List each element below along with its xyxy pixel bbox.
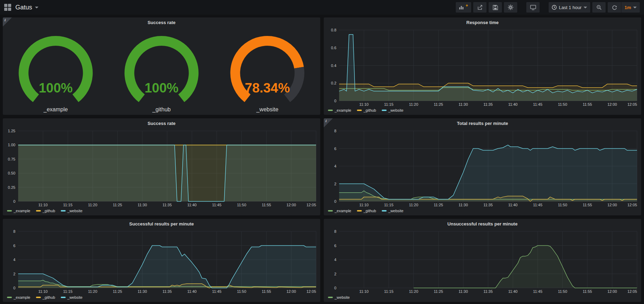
gauge-_website: 78.34%_website xyxy=(214,31,320,113)
legend-item-_website[interactable]: _website xyxy=(61,295,82,299)
svg-text:0.75: 0.75 xyxy=(8,157,15,161)
svg-text:0: 0 xyxy=(334,286,336,290)
time-range-label: Last 1 hour xyxy=(559,5,581,10)
response-time-chart[interactable]: 00.20.40.60.811:1011:1511:2011:2511:3011… xyxy=(324,27,641,107)
svg-text:12:05: 12:05 xyxy=(627,203,637,207)
legend-item-_github[interactable]: _github xyxy=(36,209,55,213)
panel-title[interactable]: Total results per minute xyxy=(324,118,641,127)
svg-text:4: 4 xyxy=(13,258,15,262)
tv-mode-button[interactable] xyxy=(526,2,540,13)
svg-text:8: 8 xyxy=(334,129,336,133)
legend-marker xyxy=(61,297,66,298)
caret-down-icon xyxy=(633,7,637,8)
refresh-interval-picker[interactable]: 1m xyxy=(621,2,640,13)
refresh-icon xyxy=(612,5,617,10)
panel-success-rate-gauges: i Success rate 100%_example100%_github78… xyxy=(3,17,320,115)
svg-text:1.00: 1.00 xyxy=(8,143,15,147)
svg-text:0.4: 0.4 xyxy=(331,64,336,68)
legend-item-_website[interactable]: _website xyxy=(61,209,82,213)
legend-marker xyxy=(7,210,12,212)
gauge-value: 78.34% xyxy=(245,81,290,95)
svg-text:11:20: 11:20 xyxy=(88,203,97,207)
svg-text:0: 0 xyxy=(13,199,15,203)
navbar: Gatus + xyxy=(0,0,644,15)
svg-text:0.2: 0.2 xyxy=(331,81,336,85)
panel-title[interactable]: Response time xyxy=(324,17,641,27)
svg-text:11:50: 11:50 xyxy=(558,203,567,207)
legend-item-_example[interactable]: _example xyxy=(7,295,30,299)
legend-marker xyxy=(7,297,12,298)
legend-label: _website xyxy=(335,295,350,299)
zoom-out-button[interactable] xyxy=(592,2,606,13)
gauge-row: 100%_example100%_github78.34%_website xyxy=(3,27,320,115)
legend-item-_github[interactable]: _github xyxy=(357,209,376,213)
legend-item-_example[interactable]: _example xyxy=(7,209,30,213)
total-results-chart[interactable]: 0246811:1011:1511:2011:2511:3011:3511:40… xyxy=(324,127,641,208)
panel-title[interactable]: Successful results per minute xyxy=(3,219,320,228)
svg-text:11:30: 11:30 xyxy=(138,203,147,207)
svg-text:11:20: 11:20 xyxy=(409,289,418,294)
legend-item-_example[interactable]: _example xyxy=(328,108,351,112)
panel-title[interactable]: Unsuccessful results per minute xyxy=(324,219,641,228)
svg-text:2: 2 xyxy=(13,272,15,276)
svg-text:11:25: 11:25 xyxy=(434,102,443,106)
dashboard-title: Gatus xyxy=(15,4,32,11)
tv-mode-icon xyxy=(530,5,536,10)
refresh-button[interactable] xyxy=(608,2,621,13)
legend-item-_website[interactable]: _website xyxy=(328,295,350,299)
dashboard-grid-icon[interactable] xyxy=(4,4,11,11)
svg-text:11:55: 11:55 xyxy=(262,289,271,294)
info-icon: i xyxy=(325,119,327,123)
svg-text:0.25: 0.25 xyxy=(8,185,15,190)
svg-text:11:40: 11:40 xyxy=(508,203,518,207)
plus-badge: + xyxy=(466,3,468,8)
legend-label: _website xyxy=(67,209,82,213)
svg-text:11:55: 11:55 xyxy=(583,289,592,294)
clock-icon xyxy=(552,5,557,10)
svg-text:11:15: 11:15 xyxy=(63,289,73,294)
svg-text:11:45: 11:45 xyxy=(533,289,542,294)
legend-marker xyxy=(328,110,333,111)
svg-text:11:15: 11:15 xyxy=(384,289,394,294)
legend-item-_github[interactable]: _github xyxy=(36,295,55,299)
svg-text:12:00: 12:00 xyxy=(286,203,296,207)
refresh-interval-label: 1m xyxy=(624,5,631,10)
add-panel-button[interactable]: + xyxy=(456,2,471,13)
svg-text:11:55: 11:55 xyxy=(583,102,592,106)
svg-text:11:35: 11:35 xyxy=(162,203,172,207)
svg-text:11:25: 11:25 xyxy=(434,289,443,294)
share-icon xyxy=(477,5,483,10)
panel-title[interactable]: Success rate xyxy=(3,17,320,27)
gear-icon xyxy=(508,5,513,10)
svg-text:11:35: 11:35 xyxy=(483,289,493,294)
svg-text:11:40: 11:40 xyxy=(187,289,197,294)
save-button[interactable] xyxy=(489,2,502,13)
svg-text:11:45: 11:45 xyxy=(212,289,221,294)
svg-text:11:35: 11:35 xyxy=(483,203,493,207)
legend-item-_github[interactable]: _github xyxy=(357,108,376,112)
panel-info-corner[interactable]: i xyxy=(324,118,333,127)
legend-item-_website[interactable]: _website xyxy=(382,108,403,112)
success-rate-chart[interactable]: 00.250.500.751.001.2511:1011:1511:2011:2… xyxy=(3,127,320,208)
unsuccessful-results-chart[interactable]: 0246811:1011:1511:2011:2511:3011:3511:40… xyxy=(324,228,641,294)
successful-results-chart[interactable]: 0246811:1011:1511:2011:2511:3011:3511:40… xyxy=(3,228,320,294)
legend-marker xyxy=(328,297,333,298)
svg-text:12:00: 12:00 xyxy=(607,102,617,106)
svg-text:11:10: 11:10 xyxy=(38,203,48,207)
dashboard-title-dropdown[interactable]: Gatus xyxy=(15,4,38,11)
legend-item-_example[interactable]: _example xyxy=(328,209,351,213)
legend-marker xyxy=(36,210,41,212)
legend-label: _github xyxy=(364,108,376,112)
panel-info-corner[interactable]: i xyxy=(3,17,12,27)
legend-label: _website xyxy=(388,209,403,213)
legend-marker xyxy=(357,110,362,111)
share-button[interactable] xyxy=(473,2,486,13)
svg-text:11:45: 11:45 xyxy=(533,203,542,207)
time-range-picker[interactable]: Last 1 hour xyxy=(549,2,590,13)
settings-button[interactable] xyxy=(504,2,517,13)
legend-marker xyxy=(61,210,66,212)
svg-text:11:30: 11:30 xyxy=(459,203,468,207)
legend-label: _example xyxy=(335,209,351,213)
panel-title[interactable]: Success rate xyxy=(3,118,320,127)
legend-item-_website[interactable]: _website xyxy=(382,209,403,213)
